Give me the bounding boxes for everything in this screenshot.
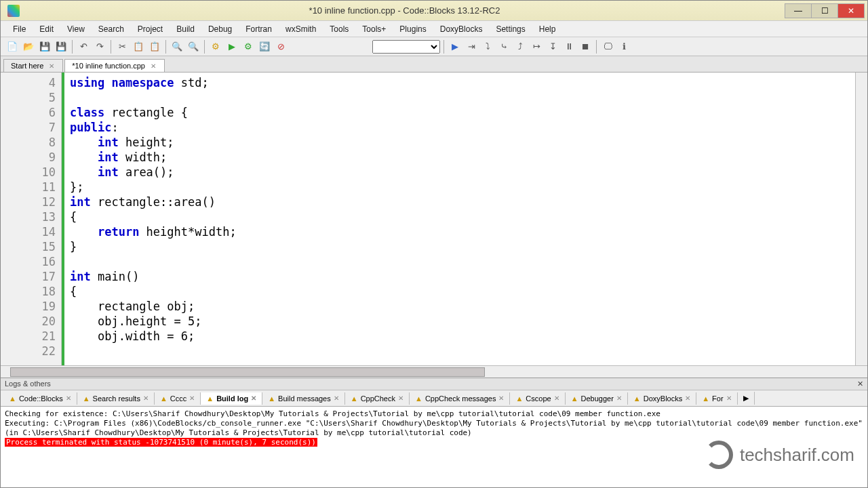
- save-all-icon[interactable]: 💾: [54, 39, 68, 54]
- run-to-cursor-icon[interactable]: ⇥: [464, 39, 479, 54]
- new-file-icon[interactable]: 📄: [5, 39, 20, 54]
- log-tab[interactable]: ▲ Search results ✕: [77, 392, 155, 405]
- editor-tabbar: Start here✕*10 inline function.cpp✕: [1, 56, 867, 73]
- log-tab[interactable]: ▲ Code::Blocks ✕: [3, 392, 77, 405]
- code-editor[interactable]: using namespace std; class rectangle {pu…: [64, 73, 855, 365]
- cut-icon[interactable]: ✂: [115, 39, 130, 54]
- log-tab[interactable]: ▲ DoxyBlocks ✕: [628, 392, 696, 405]
- open-file-icon[interactable]: 📂: [21, 39, 36, 54]
- log-tab[interactable]: ▲ Build messages ✕: [262, 392, 345, 405]
- copy-icon[interactable]: 📋: [131, 39, 146, 54]
- log-tab[interactable]: ▲ For ✕: [696, 392, 737, 405]
- rebuild-icon[interactable]: 🔄: [257, 39, 272, 54]
- step-into-icon[interactable]: ⤷: [496, 39, 511, 54]
- window-title: *10 inline function.cpp - Code::Blocks 1…: [24, 5, 785, 16]
- build-icon[interactable]: ⚙: [208, 39, 223, 54]
- info-icon[interactable]: ℹ: [616, 39, 631, 54]
- logs-tabs: ▲ Code::Blocks ✕▲ Search results ✕▲ Cccc…: [1, 390, 867, 407]
- close-button[interactable]: ✕: [837, 3, 865, 18]
- menu-build[interactable]: Build: [170, 22, 201, 36]
- target-select[interactable]: [372, 40, 440, 54]
- app-icon: [7, 5, 20, 17]
- maximize-button[interactable]: ☐: [811, 3, 838, 18]
- editor-tab[interactable]: Start here✕: [3, 59, 63, 72]
- menu-wxsmith[interactable]: wxSmith: [279, 22, 323, 36]
- abort-icon[interactable]: ⊘: [273, 39, 288, 54]
- menu-project[interactable]: Project: [131, 22, 170, 36]
- stop-debug-icon[interactable]: ⏹: [578, 39, 593, 54]
- step-out-icon[interactable]: ⤴: [513, 39, 528, 54]
- debug-windows-icon[interactable]: 🖵: [600, 39, 615, 54]
- editor-area: 45678910111213141516171819202122 using n…: [1, 73, 867, 365]
- titlebar: *10 inline function.cpp - Code::Blocks 1…: [1, 1, 867, 21]
- menu-toolsplus[interactable]: Tools+: [355, 22, 393, 36]
- menu-view[interactable]: View: [60, 22, 92, 36]
- debug-run-icon[interactable]: ▶: [448, 39, 462, 54]
- break-icon[interactable]: ⏸: [561, 39, 576, 54]
- log-tab[interactable]: ▲ Cscope ✕: [510, 392, 565, 405]
- line-gutter: 45678910111213141516171819202122: [1, 73, 62, 365]
- log-tab[interactable]: ▲ CppCheck ✕: [345, 392, 410, 405]
- run-icon[interactable]: ▶: [224, 39, 239, 54]
- next-instr-icon[interactable]: ↦: [529, 39, 544, 54]
- paste-icon[interactable]: 📋: [147, 39, 162, 54]
- menu-plugins[interactable]: Plugins: [393, 22, 433, 36]
- menu-file[interactable]: File: [6, 22, 33, 36]
- find-icon[interactable]: 🔍: [170, 39, 184, 54]
- menu-doxyblocks[interactable]: DoxyBlocks: [433, 22, 490, 36]
- log-tab[interactable]: ▲ Cccc ✕: [155, 392, 201, 405]
- log-tab[interactable]: ▲ Debugger ✕: [566, 392, 628, 405]
- undo-icon[interactable]: ↶: [76, 39, 91, 54]
- toolbar-main: 📄 📂 💾 💾 ↶ ↷ ✂ 📋 📋 🔍 🔍 ⚙ ▶ ⚙ 🔄 ⊘ ▶ ⇥ ⤵ ⤷ …: [1, 37, 867, 56]
- logs-close-icon[interactable]: ✕: [857, 380, 863, 388]
- watermark: techsharif.com: [705, 441, 854, 469]
- save-icon[interactable]: 💾: [37, 39, 52, 54]
- menu-fortran[interactable]: Fortran: [239, 22, 279, 36]
- menu-tools[interactable]: Tools: [323, 22, 355, 36]
- menu-debug[interactable]: Debug: [201, 22, 239, 36]
- minimize-button[interactable]: —: [785, 3, 812, 18]
- log-tab[interactable]: ▲ Build log ✕: [201, 392, 262, 405]
- next-line-icon[interactable]: ⤵: [480, 39, 495, 54]
- watermark-logo-icon: [705, 441, 733, 469]
- vertical-scrollbar[interactable]: [855, 73, 867, 365]
- logs-title: Logs & others ✕: [1, 378, 867, 390]
- log-tabs-scroll-right[interactable]: ▶: [738, 392, 755, 405]
- menu-help[interactable]: Help: [532, 22, 563, 36]
- step-instr-icon[interactable]: ↧: [545, 39, 560, 54]
- menubar: FileEditViewSearchProjectBuildDebugFortr…: [1, 21, 867, 37]
- build-run-icon[interactable]: ⚙: [241, 39, 256, 54]
- tab-close-icon[interactable]: ✕: [149, 62, 157, 70]
- horizontal-scrollbar[interactable]: [1, 365, 867, 378]
- menu-search[interactable]: Search: [92, 22, 131, 36]
- editor-tab[interactable]: *10 inline function.cpp✕: [64, 59, 165, 72]
- logs-panel: Logs & others ✕ ▲ Code::Blocks ✕▲ Search…: [1, 378, 867, 487]
- redo-icon[interactable]: ↷: [92, 39, 107, 54]
- log-tab[interactable]: ▲ CppCheck messages ✕: [410, 392, 510, 405]
- menu-edit[interactable]: Edit: [33, 22, 60, 36]
- replace-icon[interactable]: 🔍: [186, 39, 201, 54]
- menu-settings[interactable]: Settings: [489, 22, 532, 36]
- tab-close-icon[interactable]: ✕: [47, 62, 56, 70]
